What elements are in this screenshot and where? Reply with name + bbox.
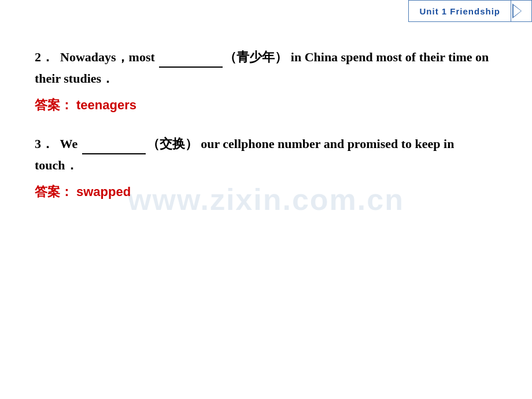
question-3-text: 3． We （交换） our cellphone number and prom… [35,133,497,176]
question-block-3: 3． We （交换） our cellphone number and prom… [35,133,497,201]
q2-number: 2． [35,50,54,64]
q2-hint: （青少年） [224,50,287,64]
unit-label: Unit 1 Friendship [408,0,511,22]
main-content: 2． Nowadays，most （青少年） in China spend mo… [35,46,497,220]
question-2-text: 2． Nowadays，most （青少年） in China spend mo… [35,46,497,90]
question-block-2: 2． Nowadays，most （青少年） in China spend mo… [35,46,497,114]
q3-answer: 答案：swapped [35,182,497,201]
q2-blank [159,66,223,68]
q3-text-before: We [60,136,78,151]
unit-label-text: Unit 1 Friendship [419,6,500,16]
q3-answer-label: 答案： [35,184,73,199]
q3-number: 3． [35,136,54,151]
q3-hint: （交换） [147,136,198,151]
q3-blank [82,153,146,154]
q2-answer-label: 答案： [35,98,73,112]
unit-header: Unit 1 Friendship [408,0,532,22]
q2-text-before: Nowadays，most [60,50,155,64]
q2-answer: 答案：teenagers [35,95,497,114]
q3-answer-value: swapped [76,184,131,199]
unit-arrow-icon [511,0,532,22]
q2-answer-value: teenagers [76,98,136,112]
